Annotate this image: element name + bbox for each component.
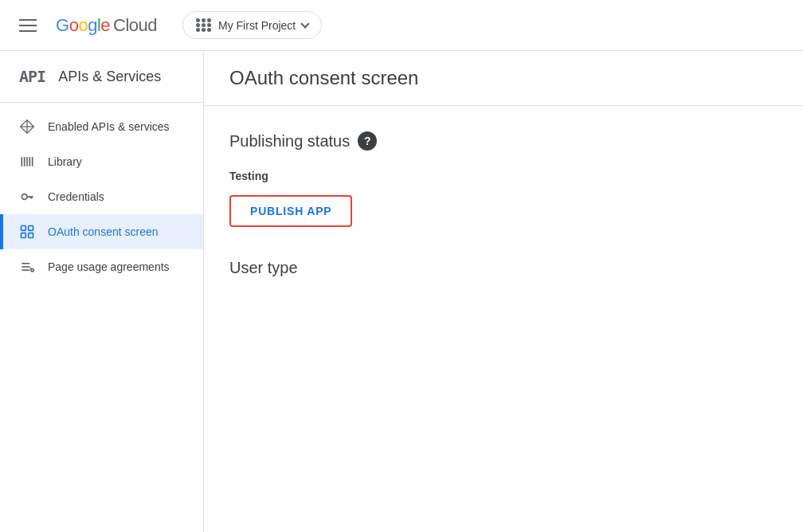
svg-rect-6 [29, 157, 31, 166]
sidebar-item-page-usage-label: Page usage agreements [48, 260, 170, 273]
publishing-status-section: Publishing status ? [229, 131, 778, 151]
cloud-label: Cloud [113, 15, 157, 36]
status-testing-label: Testing [229, 170, 778, 182]
svg-line-20 [30, 268, 31, 269]
help-icon[interactable]: ? [358, 131, 377, 151]
svg-rect-3 [22, 157, 23, 166]
project-dots-icon [196, 18, 212, 32]
settings-list-icon [19, 259, 35, 275]
hamburger-menu-button[interactable] [13, 13, 43, 38]
topbar: Google Cloud My First Project [0, 0, 803, 51]
sidebar-item-enabled-apis[interactable]: Enabled APIs & services [0, 109, 203, 144]
svg-point-8 [22, 194, 27, 200]
sidebar-item-credentials-label: Credentials [48, 190, 104, 203]
svg-rect-4 [24, 157, 25, 166]
project-name: My First Project [218, 19, 296, 32]
sidebar-nav: Enabled APIs & services Library [0, 103, 203, 532]
svg-rect-5 [26, 157, 28, 166]
library-icon [19, 154, 35, 170]
sidebar-item-oauth-consent[interactable]: OAuth consent screen [0, 214, 203, 249]
sidebar-title: APIs & Services [58, 68, 161, 85]
svg-point-19 [31, 269, 33, 272]
content-area: API APIs & Services Enabled APIs & servi… [0, 51, 803, 532]
user-type-section: User type [229, 259, 778, 277]
sidebar-item-credentials[interactable]: Credentials [0, 179, 203, 214]
key-icon [19, 189, 35, 205]
main-content: OAuth consent screen Publishing status ?… [204, 51, 803, 532]
sidebar-item-library-label: Library [48, 155, 82, 168]
main-page-title: OAuth consent screen [229, 67, 778, 89]
project-selector[interactable]: My First Project [182, 11, 322, 39]
user-type-title: User type [229, 259, 778, 277]
google-logo: Google Cloud [56, 15, 157, 36]
api-icon: API [19, 67, 45, 86]
svg-rect-13 [29, 226, 33, 231]
svg-rect-12 [22, 226, 26, 231]
publish-app-button[interactable]: PUBLISH APP [229, 195, 352, 227]
sidebar-header: API APIs & Services [0, 51, 203, 103]
grid-icon [19, 224, 35, 240]
sidebar-item-oauth-label: OAuth consent screen [48, 225, 159, 238]
sidebar-item-page-usage[interactable]: Page usage agreements [0, 249, 203, 284]
sidebar-item-library[interactable]: Library [0, 144, 203, 179]
svg-rect-14 [22, 233, 26, 238]
diamond-icon [19, 119, 35, 135]
dropdown-arrow-icon [301, 19, 310, 28]
svg-rect-7 [32, 157, 33, 166]
svg-rect-15 [29, 233, 33, 238]
main-header: OAuth consent screen [204, 51, 803, 106]
sidebar: API APIs & Services Enabled APIs & servi… [0, 51, 204, 532]
sidebar-item-enabled-apis-label: Enabled APIs & services [48, 120, 170, 133]
publishing-status-title: Publishing status [229, 132, 350, 151]
main-body: Publishing status ? Testing PUBLISH APP … [204, 106, 803, 303]
